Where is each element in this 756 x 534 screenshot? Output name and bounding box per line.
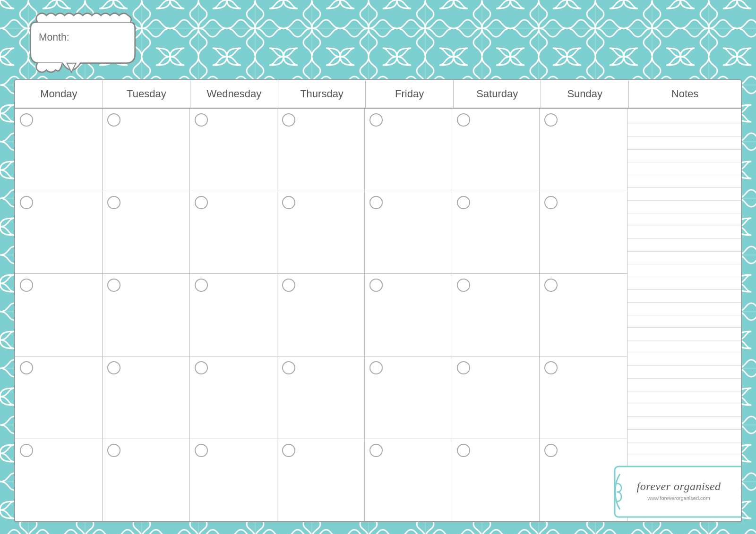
header-sunday: Sunday	[541, 80, 629, 108]
header-saturday: Saturday	[454, 80, 541, 108]
notes-column	[627, 109, 741, 521]
note-line	[627, 162, 741, 175]
svg-text:Month:: Month:	[39, 32, 69, 42]
day-circle	[457, 196, 470, 209]
day-circle	[282, 113, 295, 127]
header-notes: Notes	[629, 80, 741, 108]
day-circle	[107, 113, 120, 127]
day-circle	[107, 444, 120, 457]
week5-friday	[365, 439, 452, 521]
note-line	[627, 430, 741, 442]
day-circle	[544, 444, 558, 457]
day-circle	[195, 113, 208, 127]
week2-thursday	[277, 191, 365, 273]
week4-wednesday	[190, 356, 277, 439]
day-circle	[457, 361, 470, 374]
day-circle	[457, 279, 470, 292]
header-thursday: Thursday	[278, 80, 366, 108]
week3-sunday	[540, 274, 627, 356]
week5-monday	[15, 439, 103, 521]
day-circle	[195, 279, 208, 292]
week1-sunday	[540, 109, 627, 191]
week-row-4	[15, 356, 627, 439]
note-line	[627, 137, 741, 150]
week5-saturday	[452, 439, 540, 521]
week-row-5: forever organised www.foreverorganised.c…	[15, 439, 627, 521]
header-monday: Monday	[15, 80, 103, 108]
day-circle	[107, 279, 120, 292]
week5-wednesday	[190, 439, 277, 521]
week3-tuesday	[103, 274, 190, 356]
header-friday: Friday	[366, 80, 454, 108]
note-line	[627, 353, 741, 366]
day-circle	[369, 196, 383, 209]
note-line	[627, 188, 741, 201]
week-row-2	[15, 191, 627, 274]
day-circle	[369, 361, 383, 374]
day-circle	[20, 279, 33, 292]
day-circle	[195, 444, 208, 457]
week5-thursday	[277, 439, 365, 521]
week5-tuesday	[103, 439, 190, 521]
day-circle	[195, 361, 208, 374]
note-line	[627, 366, 741, 379]
week4-saturday	[452, 356, 540, 439]
day-circle	[369, 113, 383, 127]
logo-area: forever organised www.foreverorganised.c…	[613, 465, 741, 517]
note-line	[627, 226, 741, 239]
calendar-days-grid: forever organised www.foreverorganised.c…	[15, 109, 627, 521]
calendar-container: Monday Tuesday Wednesday Thursday Friday…	[14, 79, 742, 522]
note-line	[627, 391, 741, 404]
day-circle	[282, 361, 295, 374]
logo-main: forever organised	[637, 480, 721, 493]
week4-thursday	[277, 356, 365, 439]
note-line	[627, 213, 741, 226]
note-line	[627, 124, 741, 137]
week4-tuesday	[103, 356, 190, 439]
day-circle	[195, 196, 208, 209]
week2-saturday	[452, 191, 540, 273]
day-circle	[544, 361, 558, 374]
note-line	[627, 340, 741, 353]
week4-friday	[365, 356, 452, 439]
day-circle	[544, 113, 558, 127]
logo-text: forever organised www.foreverorganised.c…	[613, 465, 741, 517]
week4-monday	[15, 356, 103, 439]
week2-friday	[365, 191, 452, 273]
calendar-body: forever organised www.foreverorganised.c…	[15, 109, 741, 521]
day-circle	[544, 279, 558, 292]
note-line	[627, 150, 741, 162]
week2-tuesday	[103, 191, 190, 273]
week3-monday	[15, 274, 103, 356]
day-circle	[369, 444, 383, 457]
week2-wednesday	[190, 191, 277, 273]
notes-lines	[627, 109, 741, 521]
week1-friday	[365, 109, 452, 191]
week1-tuesday	[103, 109, 190, 191]
logo-sub: www.foreverorganised.com	[647, 495, 710, 501]
week2-monday	[15, 191, 103, 273]
day-circle	[457, 444, 470, 457]
week5-sunday: forever organised www.foreverorganised.c…	[540, 439, 627, 521]
header-wednesday: Wednesday	[190, 80, 278, 108]
note-line	[627, 442, 741, 455]
week2-sunday	[540, 191, 627, 273]
header-tuesday: Tuesday	[103, 80, 191, 108]
week-row-3	[15, 274, 627, 356]
note-line	[627, 328, 741, 340]
day-circle	[282, 196, 295, 209]
week3-friday	[365, 274, 452, 356]
note-line	[627, 201, 741, 213]
day-circle	[20, 196, 33, 209]
day-circle	[544, 196, 558, 209]
note-line	[627, 303, 741, 315]
week1-monday	[15, 109, 103, 191]
note-line	[627, 264, 741, 277]
note-line	[627, 404, 741, 417]
day-circle	[457, 113, 470, 127]
month-bubble: Month:	[26, 8, 144, 79]
day-circle	[107, 361, 120, 374]
note-line	[627, 290, 741, 303]
note-line	[627, 239, 741, 252]
note-line	[627, 111, 741, 124]
